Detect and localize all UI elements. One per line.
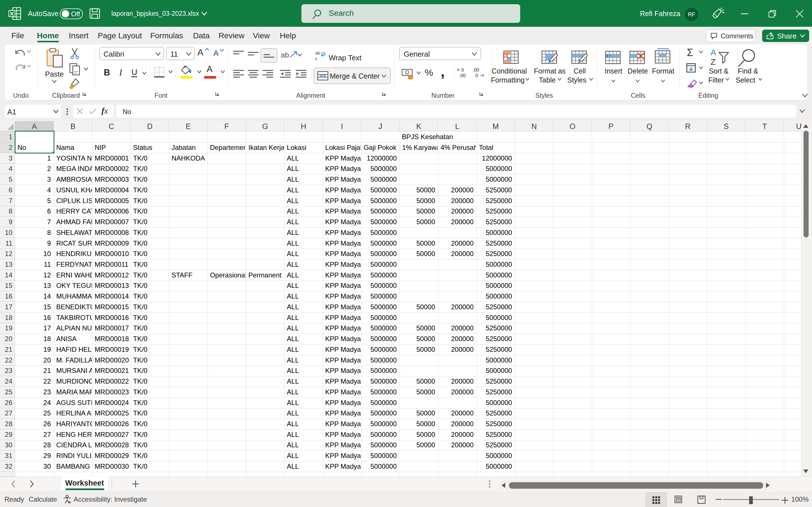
- svg-text:0: 0: [461, 68, 464, 73]
- svg-text:ab: ab: [315, 51, 320, 55]
- svg-text:0: 0: [475, 73, 478, 78]
- svg-text:.00: .00: [459, 73, 466, 78]
- svg-text:Z: Z: [711, 57, 716, 65]
- svg-text:.00: .00: [472, 68, 479, 73]
- svg-text:A: A: [711, 48, 716, 57]
- svg-text:c: c: [315, 56, 317, 61]
